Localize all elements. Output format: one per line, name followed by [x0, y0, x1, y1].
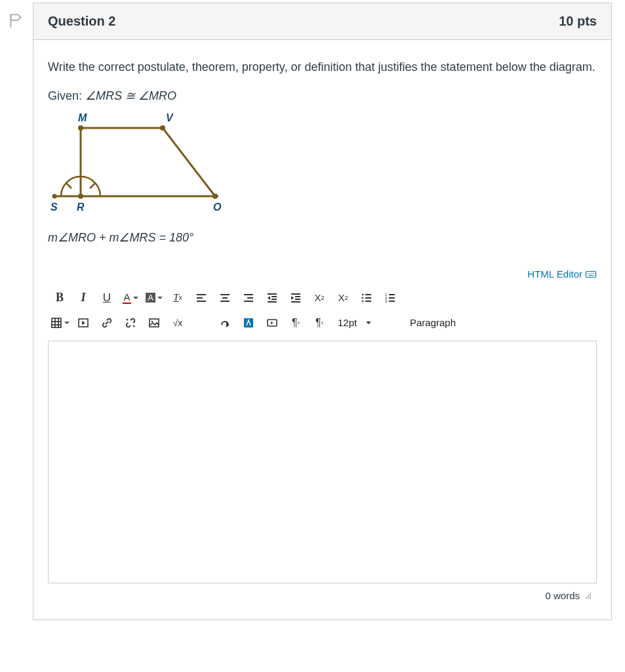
align-right-button[interactable]: [237, 288, 260, 308]
record-media-button[interactable]: [260, 313, 284, 333]
svg-line-56: [127, 319, 128, 320]
given-expression: ∠MRS ≅ ∠MRO: [85, 89, 176, 102]
outdent-button[interactable]: [260, 288, 284, 308]
svg-point-67: [588, 597, 589, 598]
svg-point-11: [212, 194, 218, 199]
embed-media-button[interactable]: [71, 313, 95, 333]
svg-point-68: [590, 597, 591, 598]
statement-line: m∠MRO + m∠MRS = 180°: [48, 230, 597, 245]
highlight-color-button[interactable]: A: [142, 288, 166, 308]
font-size-select[interactable]: 12pt: [331, 313, 403, 333]
text-color-button[interactable]: A: [119, 288, 142, 308]
question-header: Question 2 10 pts: [33, 3, 611, 40]
resize-grip-icon[interactable]: [584, 591, 592, 599]
align-left-button[interactable]: [190, 288, 213, 308]
math-equation-button[interactable]: √x: [166, 313, 190, 333]
bold-button[interactable]: B: [48, 288, 71, 308]
toolbar-row-1: B I U A A Tx: [48, 285, 597, 310]
ltr-button[interactable]: ¶›: [284, 313, 308, 333]
toolbar-row-2: √x ¶› ¶‹ 12pt Paragra: [48, 310, 597, 335]
superscript-button[interactable]: X2: [308, 288, 331, 308]
unlink-button[interactable]: [119, 313, 142, 333]
svg-marker-62: [271, 322, 273, 324]
svg-line-57: [133, 326, 134, 327]
given-prefix: Given:: [48, 89, 85, 102]
clear-formatting-button[interactable]: Tx: [166, 288, 190, 308]
editor-footer: 0 words: [48, 583, 597, 605]
svg-point-9: [78, 194, 83, 199]
label-R: R: [77, 201, 85, 213]
svg-marker-55: [82, 321, 85, 325]
svg-rect-12: [586, 271, 596, 277]
canvas-app-button[interactable]: [237, 313, 260, 333]
chevron-down-icon: [366, 322, 371, 324]
svg-point-39: [362, 301, 364, 303]
rtl-button[interactable]: ¶‹: [308, 313, 331, 333]
editor-toolbar: B I U A A Tx: [48, 283, 597, 341]
trapezoid-diagram: M V S R O: [48, 112, 597, 217]
svg-text:3: 3: [385, 299, 388, 303]
svg-line-5: [66, 183, 71, 188]
svg-line-6: [90, 183, 95, 188]
indent-button[interactable]: [284, 288, 308, 308]
chevron-down-icon: [64, 322, 70, 324]
given-line: Given: ∠MRS ≅ ∠MRO: [48, 89, 597, 103]
bullet-list-button[interactable]: [355, 288, 378, 308]
svg-point-63: [590, 593, 591, 595]
svg-point-66: [586, 597, 587, 598]
svg-rect-49: [52, 318, 61, 327]
svg-line-4: [163, 128, 215, 196]
editor-top-bar: HTML Editor: [48, 268, 597, 280]
svg-point-37: [362, 294, 364, 296]
word-count: 0 words: [545, 590, 580, 601]
svg-point-8: [160, 125, 165, 131]
svg-marker-31: [268, 296, 270, 300]
paragraph-format-select[interactable]: Paragraph: [403, 313, 477, 333]
redo-button[interactable]: [213, 313, 237, 333]
subscript-button[interactable]: X2: [331, 288, 355, 308]
font-size-value: 12pt: [338, 317, 357, 328]
paragraph-format-value: Paragraph: [410, 317, 456, 328]
table-button[interactable]: [48, 313, 71, 333]
svg-point-38: [362, 297, 364, 299]
chevron-down-icon: [133, 297, 138, 299]
flag-outline-icon[interactable]: [7, 12, 24, 30]
svg-point-7: [78, 125, 83, 131]
link-button[interactable]: [95, 313, 119, 333]
image-button[interactable]: [142, 313, 166, 333]
question-points: 10 pts: [559, 14, 597, 29]
underline-button[interactable]: U: [95, 288, 119, 308]
svg-point-65: [590, 595, 591, 597]
svg-marker-36: [291, 296, 294, 300]
html-editor-label: HTML Editor: [527, 268, 582, 280]
italic-button[interactable]: I: [71, 288, 95, 308]
label-O: O: [213, 201, 222, 213]
numbered-list-button[interactable]: 123: [378, 288, 402, 308]
align-center-button[interactable]: [213, 288, 237, 308]
keyboard-icon: [585, 268, 597, 280]
svg-point-10: [52, 194, 57, 198]
svg-point-64: [588, 595, 589, 597]
question-title: Question 2: [48, 14, 115, 29]
svg-point-59: [151, 321, 153, 322]
label-M: M: [78, 112, 87, 123]
chevron-down-icon: [157, 297, 163, 299]
label-S: S: [50, 201, 58, 213]
question-prompt: Write the correct postulate, theorem, pr…: [48, 58, 597, 77]
answer-editor-area[interactable]: [48, 341, 597, 583]
question-body: Write the correct postulate, theorem, pr…: [33, 40, 611, 620]
question-container: Question 2 10 pts Write the correct post…: [33, 3, 612, 620]
label-V: V: [166, 112, 174, 123]
html-editor-link[interactable]: HTML Editor: [527, 268, 597, 280]
